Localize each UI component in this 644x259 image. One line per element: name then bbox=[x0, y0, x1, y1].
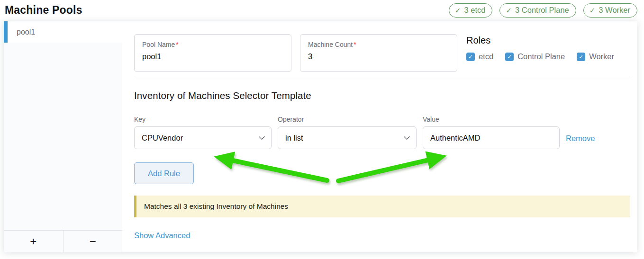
pool-basics-row: Pool Name* pool1 Machine Count* 3 Roles … bbox=[134, 34, 630, 72]
remove-pool-button[interactable]: − bbox=[63, 231, 123, 252]
required-asterisk: * bbox=[176, 41, 178, 48]
matches-banner-text: Matches all 3 existing Inventory of Mach… bbox=[144, 202, 288, 211]
machine-count-value: 3 bbox=[308, 52, 449, 61]
value-input-text: AuthenticAMD bbox=[430, 134, 480, 143]
pool-tab-label: pool1 bbox=[17, 28, 35, 36]
value-input[interactable]: AuthenticAMD bbox=[423, 126, 560, 149]
role-checkbox-control-plane[interactable]: ✓ Control Plane bbox=[505, 52, 565, 61]
badge-label: 3 etcd bbox=[464, 6, 486, 15]
remove-cell: Remove bbox=[566, 116, 595, 149]
selector-template-heading: Inventory of Machines Selector Template bbox=[134, 90, 630, 101]
pool-name-label: Pool Name* bbox=[142, 41, 283, 48]
pool-detail-panel: Pool Name* pool1 Machine Count* 3 Roles … bbox=[122, 21, 637, 252]
machine-count-label: Machine Count* bbox=[308, 41, 449, 48]
role-checkbox-worker[interactable]: ✓ Worker bbox=[577, 52, 614, 61]
role-checkbox-etcd[interactable]: ✓ etcd bbox=[466, 52, 493, 61]
sidebar-footer: + − bbox=[4, 230, 122, 252]
operator-select-value: in list bbox=[285, 134, 303, 143]
key-cell: Key CPUVendor bbox=[134, 116, 272, 149]
roles-heading: Roles bbox=[466, 35, 630, 46]
check-icon: ✓ bbox=[455, 7, 461, 14]
section-divider bbox=[134, 76, 630, 76]
remove-rule-link[interactable]: Remove bbox=[566, 134, 595, 143]
role-label: Worker bbox=[589, 52, 614, 61]
value-label: Value bbox=[423, 116, 560, 123]
machine-pools-page: Machine Pools ✓ 3 etcd ✓ 3 Control Plane… bbox=[0, 0, 644, 259]
minus-icon: − bbox=[90, 235, 96, 248]
pool-name-value: pool1 bbox=[142, 52, 283, 61]
badge-control-plane: ✓ 3 Control Plane bbox=[499, 3, 576, 18]
sidebar-tab-pool1[interactable]: pool1 bbox=[4, 21, 122, 43]
role-label: Control Plane bbox=[517, 52, 565, 61]
page-title: Machine Pools bbox=[5, 3, 82, 17]
role-count-badges: ✓ 3 etcd ✓ 3 Control Plane ✓ 3 Worker bbox=[449, 3, 637, 18]
roles-checkbox-row: ✓ etcd ✓ Control Plane ✓ Worker bbox=[466, 52, 630, 61]
key-label: Key bbox=[134, 116, 272, 123]
plus-icon: + bbox=[30, 235, 36, 248]
add-rule-button[interactable]: Add Rule bbox=[134, 162, 194, 184]
checkbox-checked-icon: ✓ bbox=[466, 53, 475, 61]
checkbox-checked-icon: ✓ bbox=[577, 53, 585, 61]
roles-section: Roles ✓ etcd ✓ Control Plane ✓ Worker bbox=[466, 34, 630, 72]
show-advanced-link[interactable]: Show Advanced bbox=[134, 231, 190, 240]
value-cell: Value AuthenticAMD bbox=[423, 116, 560, 149]
required-asterisk: * bbox=[354, 41, 356, 48]
machine-count-field[interactable]: Machine Count* 3 bbox=[300, 34, 457, 72]
check-icon: ✓ bbox=[590, 7, 596, 14]
badge-worker: ✓ 3 Worker bbox=[583, 3, 637, 18]
operator-cell: Operator in list bbox=[278, 116, 417, 149]
selector-rule-row: Key CPUVendor Operator in list Value bbox=[134, 116, 630, 149]
badge-etcd: ✓ 3 etcd bbox=[449, 3, 493, 18]
pool-name-field[interactable]: Pool Name* pool1 bbox=[134, 34, 291, 72]
pool-tabs-sidebar: pool1 + − bbox=[4, 21, 122, 252]
operator-label: Operator bbox=[278, 116, 417, 123]
check-icon: ✓ bbox=[506, 7, 512, 14]
machine-pools-card: pool1 + − Pool Name* pool1 bbox=[4, 21, 637, 252]
matches-banner: Matches all 3 existing Inventory of Mach… bbox=[134, 196, 630, 217]
chevron-down-icon bbox=[259, 134, 265, 140]
header: Machine Pools ✓ 3 etcd ✓ 3 Control Plane… bbox=[0, 0, 644, 21]
key-select-value: CPUVendor bbox=[142, 134, 183, 143]
key-select[interactable]: CPUVendor bbox=[134, 126, 272, 149]
chevron-down-icon bbox=[404, 134, 410, 140]
role-label: etcd bbox=[479, 52, 493, 61]
badge-label: 3 Worker bbox=[599, 6, 630, 15]
operator-select[interactable]: in list bbox=[278, 126, 417, 149]
add-pool-button[interactable]: + bbox=[4, 231, 63, 252]
checkbox-checked-icon: ✓ bbox=[505, 53, 514, 61]
sidebar-body bbox=[4, 43, 122, 230]
badge-label: 3 Control Plane bbox=[515, 6, 569, 15]
